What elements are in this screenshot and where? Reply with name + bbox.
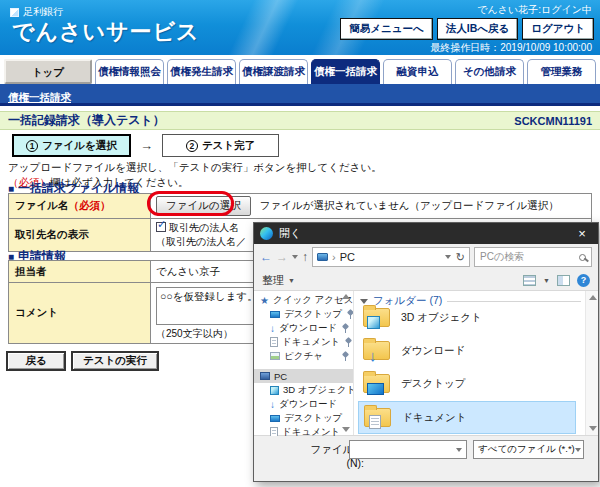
partner-label-cell: 取引先名の表示: [9, 219, 151, 252]
folder-pane-scrollbar[interactable]: [585, 291, 598, 435]
dialog-title-bar[interactable]: 開く ×: [254, 223, 598, 244]
page-title: 一括記録請求（導入テスト）: [8, 112, 165, 129]
sidebar-item-downloads-pc[interactable]: ↓ ダウンロード: [254, 397, 353, 411]
filename-value-cell: ファイルの選択 ファイルが選択されていません（アップロードファイル選択）: [151, 194, 592, 219]
sidebar-item-downloads[interactable]: ↓ ダウンロード: [254, 321, 353, 335]
step-arrow-icon: →: [140, 138, 153, 153]
tab-yushi[interactable]: 融資申込: [383, 59, 452, 84]
sidebar-item-documents[interactable]: ドキュメント: [254, 335, 353, 349]
sidebar-item-pictures[interactable]: ピクチャ: [254, 349, 353, 363]
scroll-down-icon[interactable]: [589, 426, 597, 431]
tab-sonota[interactable]: その他請求: [455, 59, 524, 84]
pc-icon: [317, 253, 328, 261]
quick-access-star-icon: ★: [260, 295, 269, 306]
instruction-line1: アップロードファイルを選択し、「テストの実行」ボタンを押してください。: [8, 160, 382, 175]
return-ib-button[interactable]: 法人IBへ戻る: [437, 18, 519, 40]
folder-item-documents[interactable]: ドキュメント: [358, 401, 576, 434]
view-dropdown-icon[interactable]: ▼: [543, 277, 550, 284]
recent-locations-dropdown-icon[interactable]: [292, 255, 298, 259]
last-operation-time: 最終操作日時：2019/10/09 10:00:00: [430, 41, 592, 55]
staff-label-cell: 担当者: [9, 261, 151, 283]
dialog-title: 開く: [279, 226, 301, 241]
help-icon[interactable]: ?: [577, 274, 590, 287]
sidebar-quick-access[interactable]: ★ クイック アクセス: [254, 293, 353, 307]
folder-item-3d-objects[interactable]: 3D オブジェクト: [358, 301, 576, 334]
filename-required-mark: （必須）: [68, 199, 110, 211]
header-buttons: 簡易メニューへ 法人IBへ戻る ログアウト: [340, 18, 594, 40]
filename-input[interactable]: [349, 440, 467, 459]
nav-up-icon[interactable]: ↑: [302, 250, 308, 264]
subnav-bar: 債権一括請求: [0, 84, 600, 106]
preview-pane-icon[interactable]: [557, 275, 570, 286]
dialog-footer: ファイル名(N): すべてのファイル (*.*) 開く(O) キャンセル: [254, 436, 598, 481]
refresh-icon[interactable]: ↻: [456, 251, 465, 264]
filetype-select[interactable]: すべてのファイル (*.*): [473, 440, 584, 459]
address-breadcrumb[interactable]: › PC ↻: [312, 247, 470, 267]
sidebar-scroll-up-icon[interactable]: [342, 294, 350, 299]
pictures-icon: [270, 352, 280, 360]
folder-item-desktop[interactable]: デスクトップ: [358, 367, 576, 400]
run-test-button[interactable]: テストの実行: [71, 351, 159, 371]
back-button[interactable]: 戻る: [6, 351, 66, 371]
simple-menu-button[interactable]: 簡易メニューへ: [340, 18, 432, 40]
breadcrumb-pc[interactable]: PC: [340, 251, 355, 263]
search-input[interactable]: PCの検索: [474, 247, 592, 267]
crumb-separator-icon: ›: [332, 251, 336, 263]
organize-dropdown-icon: ▼: [288, 277, 295, 284]
tab-saiken-hassei[interactable]: 債権発生請求: [167, 59, 236, 84]
tab-saiken-ikkatsu[interactable]: 債権一括請求: [311, 59, 380, 84]
change-view-icon[interactable]: [523, 275, 536, 286]
page-title-bar: 一括記録請求（導入テスト） SCKCMN11191: [0, 111, 600, 130]
tab-top[interactable]: トップ: [4, 59, 92, 84]
folder-item-downloads[interactable]: ↓ ダウンロード: [358, 334, 576, 367]
pin-icon: [341, 324, 349, 332]
filetype-dropdown-icon: [575, 448, 581, 452]
dialog-close-button[interactable]: ×: [566, 223, 598, 244]
downloads-folder-icon: ↓: [363, 341, 390, 360]
search-placeholder: PCの検索: [480, 250, 524, 264]
edge-browser-icon: [260, 227, 273, 240]
sidebar-item-desktop-pc[interactable]: デスクトップ: [254, 411, 353, 425]
logout-button[interactable]: ログアウト: [522, 18, 594, 40]
scroll-up-icon[interactable]: [589, 295, 597, 300]
breadcrumb-ikkatsu-link[interactable]: 債権一括請求: [8, 91, 71, 103]
sidebar-item-3d-objects[interactable]: 3D オブジェクト: [254, 383, 353, 397]
app-header: 足利銀行 でんさいサービス でんさい花子:ログイン中 簡易メニューへ 法人IBへ…: [0, 0, 600, 55]
step-select-file: 1 ファイルを選択: [12, 134, 131, 157]
comment-label-cell: コメント: [9, 283, 151, 344]
main-nav-tabs: トップ 債権情報照会 債権発生請求 債権譲渡請求 債権一括請求 融資申込 その他…: [0, 55, 600, 84]
tab-saiken-joho[interactable]: 債権情報照会: [95, 59, 164, 84]
partner-checkbox[interactable]: ✓: [156, 222, 166, 232]
search-icon: [579, 254, 586, 261]
documents-folder-icon: [364, 408, 391, 427]
sidebar-item-pc[interactable]: PC: [254, 369, 353, 383]
step-indicator: 1 ファイルを選択 → 2 テスト完了: [12, 134, 279, 157]
sidebar-item-desktop[interactable]: デスクトップ: [254, 307, 353, 321]
dialog-address-bar: ← → ↑ › PC ↻ PCの検索: [254, 244, 598, 270]
tab-saiken-joto[interactable]: 債権譲渡請求: [239, 59, 308, 84]
dialog-sidebar: ★ クイック アクセス デスクトップ ↓ ダウンロード ドキュメント: [254, 291, 353, 435]
address-dropdown-icon[interactable]: [445, 255, 451, 259]
file-choose-button[interactable]: ファイルの選択: [156, 196, 251, 216]
dialog-folder-pane: フォルダー (7) 3D オブジェクト ↓ ダウンロード デスクトップ: [354, 291, 585, 435]
nav-back-icon[interactable]: ←: [260, 250, 272, 264]
downloads-icon: ↓: [270, 399, 275, 410]
filename-dropdown-icon[interactable]: [456, 448, 462, 452]
tab-kanri[interactable]: 管理業務: [527, 59, 596, 84]
pc-icon: [260, 372, 270, 380]
step1-label: ファイルを選択: [42, 139, 117, 153]
screen-id: SCKCMN11191: [514, 115, 592, 127]
desktop-folder-icon: [363, 374, 390, 393]
step1-number: 1: [26, 140, 38, 152]
service-title: でんさいサービス: [12, 17, 200, 47]
no-file-selected-text: ファイルが選択されていません（アップロードファイル選択）: [260, 199, 559, 211]
sidebar-scroll-down-icon[interactable]: [342, 427, 350, 432]
nav-forward-icon[interactable]: →: [276, 250, 288, 264]
step-test-complete: 2 テスト完了: [162, 134, 279, 157]
table-row-filename: ファイル名（必須） ファイルの選択 ファイルが選択されていません（アップロードフ…: [9, 194, 592, 219]
organize-menu-button[interactable]: 整理 ▼: [262, 273, 295, 288]
check-icon: ✓: [157, 218, 166, 231]
3d-objects-folder-icon: [363, 308, 390, 327]
pin-icon: [341, 352, 349, 360]
open-file-dialog: 開く × ← → ↑ › PC ↻ PCの検索: [253, 222, 599, 482]
